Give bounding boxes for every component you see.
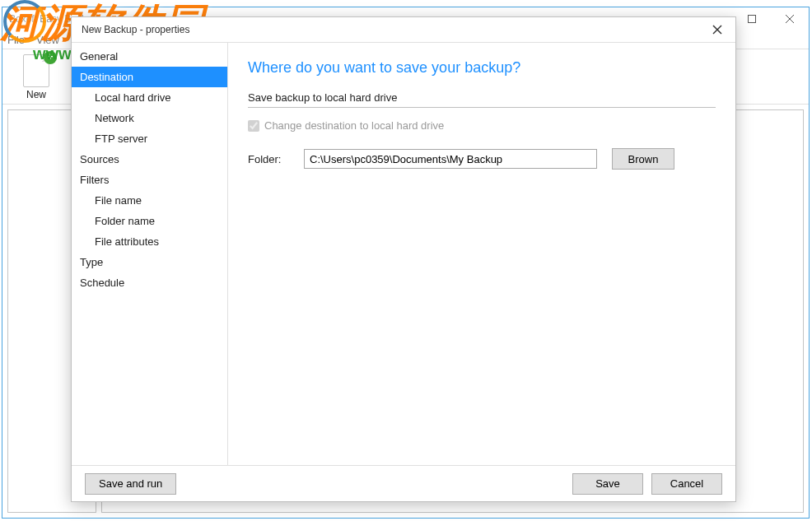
close-button[interactable] (771, 7, 809, 30)
new-document-icon: + (17, 53, 55, 89)
dialog-title: New Backup - properties (82, 24, 189, 35)
page-title: Where do you want to save your backup? (248, 59, 716, 77)
tree-filters[interactable]: Filters (72, 170, 227, 190)
dialog-titlebar: New Backup - properties (72, 17, 735, 42)
browse-button[interactable]: Brown (612, 148, 674, 170)
folder-input[interactable] (304, 149, 597, 169)
tree-schedule[interactable]: Schedule (72, 272, 227, 293)
cancel-button[interactable]: Cancel (651, 473, 722, 495)
main-pane: Where do you want to save your backup? S… (228, 43, 735, 465)
tree-file-attributes[interactable]: File attributes (72, 231, 227, 252)
nav-tree: General Destination Local hard drive Net… (72, 43, 228, 465)
new-label: New (17, 89, 55, 100)
tree-type[interactable]: Type (72, 252, 227, 272)
change-destination-row: Change destination to local hard drive (248, 119, 716, 132)
tree-sources[interactable]: Sources (72, 149, 227, 170)
folder-label: Folder: (248, 153, 289, 165)
dialog-body: General Destination Local hard drive Net… (72, 42, 735, 465)
tree-ftp-server[interactable]: FTP server (72, 128, 227, 149)
change-destination-label: Change destination to local hard drive (264, 119, 444, 132)
save-button[interactable]: Save (572, 473, 643, 495)
svg-rect-1 (749, 16, 756, 23)
new-button[interactable]: + New (17, 53, 55, 100)
properties-dialog: New Backup - properties General Destinat… (71, 16, 736, 502)
menu-view[interactable]: View (36, 34, 59, 46)
dialog-close-button[interactable] (704, 20, 730, 40)
tree-local-hard-drive[interactable]: Local hard drive (72, 87, 227, 108)
tree-general[interactable]: General (72, 46, 227, 67)
change-destination-checkbox (248, 120, 259, 132)
tree-network[interactable]: Network (72, 108, 227, 128)
tree-folder-name[interactable]: Folder name (72, 211, 227, 231)
maximize-button[interactable] (733, 7, 771, 30)
folder-row: Folder: Brown (248, 148, 716, 170)
menu-file[interactable]: File (7, 34, 25, 46)
save-and-run-button[interactable]: Save and run (85, 473, 176, 495)
tree-file-name[interactable]: File name (72, 190, 227, 211)
tree-destination[interactable]: Destination (72, 67, 227, 87)
dialog-footer: Save and run Save Cancel (72, 465, 735, 501)
section-heading: Save backup to local hard drive (248, 91, 716, 108)
